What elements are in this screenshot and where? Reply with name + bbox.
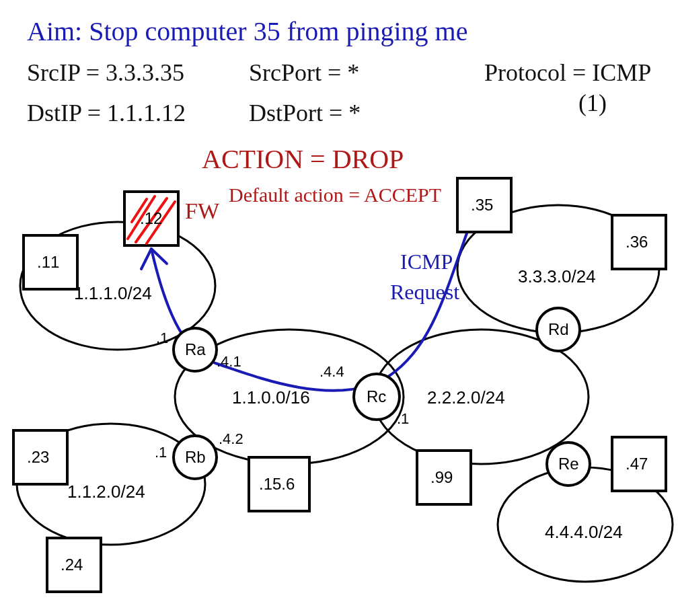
iface-rb-right: .4.2 — [219, 430, 243, 447]
router-rb: Rb — [174, 436, 217, 479]
net-2-2-2-label: 2.2.2.0/24 — [427, 387, 505, 408]
host-12-label: .12 — [140, 209, 162, 227]
network-diagram: Aim: Stop computer 35 from pinging me Sr… — [0, 0, 678, 616]
default-action-text: Default action = ACCEPT — [229, 184, 441, 206]
router-ra-label: Ra — [185, 340, 206, 358]
host-36: .36 — [612, 215, 666, 269]
srcip-text: SrcIP = 3.3.3.35 — [27, 59, 184, 86]
host-15-6-label: .15.6 — [259, 475, 295, 493]
router-rb-label: Rb — [185, 448, 206, 466]
host-47: .47 — [612, 437, 666, 491]
net-4-4-4-label: 4.4.4.0/24 — [545, 522, 623, 542]
iface-ra-left: .1 — [156, 330, 168, 346]
host-23-label: .23 — [27, 448, 49, 466]
net-1-1-0-16-label: 1.1.0.0/16 — [232, 387, 310, 408]
host-35-label: .35 — [471, 196, 493, 214]
router-rd-label: Rd — [548, 320, 569, 338]
router-rd: Rd — [537, 308, 580, 351]
router-ra: Ra — [174, 328, 217, 371]
host-99: .99 — [417, 451, 471, 504]
protocol-text: Protocol = ICMP — [484, 59, 651, 86]
host-11: .11 — [24, 235, 77, 289]
host-15-6: .15.6 — [249, 457, 309, 511]
router-re: Re — [547, 442, 590, 486]
host-47-label: .47 — [626, 455, 648, 473]
host-12: .12 — [124, 192, 178, 245]
router-rc: Rc — [354, 374, 400, 420]
icmp-label-1: ICMP — [400, 249, 453, 274]
host-24: .24 — [47, 538, 101, 592]
net-3-3-3-label: 3.3.3.0/24 — [518, 266, 596, 286]
host-24-label: .24 — [61, 555, 83, 574]
net-1-1-1-label: 1.1.1.0/24 — [74, 283, 152, 303]
action-text: ACTION = DROP — [202, 144, 404, 174]
iface-rb-left: .1 — [155, 444, 167, 461]
router-re-label: Re — [558, 455, 579, 473]
iface-rc-top: .4.4 — [319, 363, 344, 380]
dstport-text: DstPort = * — [249, 100, 361, 126]
host-99-label: .99 — [430, 468, 453, 486]
srcport-text: SrcPort = * — [249, 59, 359, 86]
protocol-num-text: (1) — [578, 89, 607, 116]
fw-label: FW — [185, 198, 220, 223]
net-1-1-2-label: 1.1.2.0/24 — [67, 482, 145, 502]
iface-ra-right: .4.1 — [217, 353, 241, 370]
host-23: .23 — [13, 430, 67, 484]
host-11-label: .11 — [37, 253, 59, 271]
icmp-label-2: Request — [390, 280, 459, 304]
host-35: .35 — [457, 178, 511, 232]
iface-rc-right: .1 — [397, 410, 409, 427]
router-rc-label: Rc — [367, 387, 386, 406]
aim-text: Aim: Stop computer 35 from pinging me — [27, 16, 468, 46]
host-36-label: .36 — [626, 233, 648, 251]
dstip-text: DstIP = 1.1.1.12 — [27, 100, 186, 126]
